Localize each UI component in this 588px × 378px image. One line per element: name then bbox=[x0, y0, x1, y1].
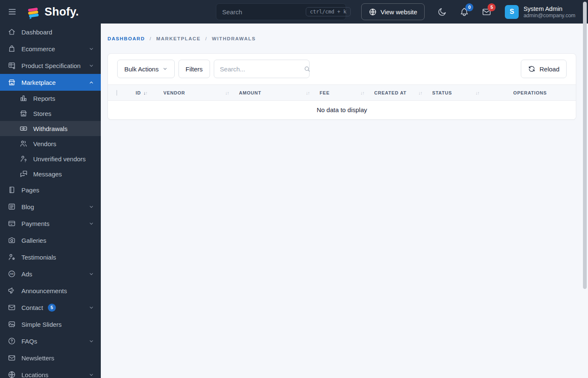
sidebar-item-product-specification[interactable]: Product Specification bbox=[0, 57, 101, 74]
global-search-input[interactable] bbox=[222, 8, 306, 16]
main-content: DASHBOARD / MARKETPLACE / WITHDRAWALS Bu… bbox=[101, 24, 583, 378]
bar-chart-icon bbox=[19, 94, 28, 102]
sort-asc-icon: ↑ bbox=[145, 90, 147, 95]
sidebar-item-testimonials[interactable]: Testimonials bbox=[0, 249, 101, 265]
sort-asc-icon: ↑ bbox=[362, 90, 365, 95]
search-icon bbox=[304, 66, 311, 73]
column-header-fee[interactable]: FEE ↓↑ bbox=[320, 90, 364, 95]
sidebar-item-ecommerce[interactable]: Ecommerce bbox=[0, 40, 101, 57]
shofy-logo-icon bbox=[26, 4, 41, 19]
bulk-actions-button[interactable]: Bulk Actions bbox=[117, 60, 175, 78]
select-all-checkbox[interactable] bbox=[116, 90, 117, 96]
filters-button[interactable]: Filters bbox=[178, 60, 210, 78]
brand-logo[interactable]: Shofy. bbox=[26, 4, 79, 19]
brand-name: Shofy. bbox=[45, 5, 79, 18]
global-search[interactable]: ctrl/cmd + k bbox=[216, 3, 346, 20]
empty-state-message: No data to display bbox=[108, 101, 576, 119]
breadcrumb-separator: / bbox=[150, 36, 152, 41]
megaphone-icon bbox=[8, 286, 16, 295]
breadcrumb-withdrawals: WITHDRAWALS bbox=[212, 36, 256, 41]
table-search[interactable] bbox=[214, 60, 310, 78]
store-icon bbox=[19, 109, 28, 118]
sidebar-item-withdrawals[interactable]: Withdrawals bbox=[0, 121, 101, 136]
article-icon bbox=[8, 202, 16, 211]
storefront-icon bbox=[8, 78, 16, 87]
sidebar-item-simple-sliders[interactable]: Simple Sliders bbox=[0, 316, 101, 333]
topbar: Shofy. ctrl/cmd + k View website 0 5 S S… bbox=[0, 0, 588, 24]
sidebar-item-blog[interactable]: Blog bbox=[0, 198, 101, 215]
chevron-down-icon bbox=[89, 271, 94, 277]
sidebar-item-locations[interactable]: Locations bbox=[0, 366, 101, 378]
notebook-icon bbox=[8, 186, 16, 194]
sidebar-item-messages[interactable]: Messages bbox=[0, 166, 101, 181]
column-header-created-at[interactable]: CREATED AT ↓↑ bbox=[374, 90, 422, 95]
sidebar-item-marketplace[interactable]: Marketplace bbox=[0, 74, 101, 91]
chat-bubbles-icon bbox=[19, 170, 28, 178]
column-header-id[interactable]: ID ↓↑ bbox=[136, 90, 153, 95]
user-star-icon bbox=[8, 253, 16, 261]
svg-text:AD: AD bbox=[10, 272, 14, 275]
help-circle-icon bbox=[8, 337, 16, 345]
chevron-down-icon bbox=[89, 204, 94, 210]
home-icon bbox=[8, 28, 16, 36]
breadcrumb-marketplace: MARKETPLACE bbox=[156, 36, 201, 41]
sort-asc-icon: ↑ bbox=[308, 90, 310, 95]
sidebar: Dashboard Ecommerce Product Specificatio… bbox=[0, 24, 101, 378]
sidebar-item-reports[interactable]: Reports bbox=[0, 91, 101, 106]
moon-icon bbox=[437, 7, 447, 17]
empty-state-row: No data to display bbox=[108, 101, 576, 119]
breadcrumb-separator: / bbox=[205, 36, 207, 41]
user-menu[interactable]: S System Admin admin@company.com bbox=[505, 5, 575, 19]
breadcrumb-dashboard[interactable]: DASHBOARD bbox=[108, 36, 145, 41]
sidebar-item-dashboard[interactable]: Dashboard bbox=[0, 24, 101, 40]
notification-count-badge: 0 bbox=[465, 3, 473, 11]
sidebar-item-stores[interactable]: Stores bbox=[0, 106, 101, 121]
user-question-icon bbox=[19, 155, 28, 163]
page-scrollbar[interactable] bbox=[583, 2, 587, 289]
ad-circle-icon: AD bbox=[8, 270, 16, 278]
sort-asc-icon: ↑ bbox=[420, 90, 423, 95]
sidebar-item-unverified-vendors[interactable]: Unverified vendors bbox=[0, 151, 101, 166]
column-header-vendor[interactable]: VENDOR ↓↑ bbox=[163, 90, 229, 95]
column-header-operations: OPERATIONS bbox=[484, 85, 576, 101]
sidebar-item-newsletters[interactable]: Newsletters bbox=[0, 349, 101, 366]
sidebar-item-ads[interactable]: AD Ads bbox=[0, 265, 101, 282]
sidebar-item-pages[interactable]: Pages bbox=[0, 181, 101, 198]
image-icon bbox=[8, 320, 16, 328]
sidebar-item-contact[interactable]: Contact 5 bbox=[0, 299, 101, 316]
breadcrumb: DASHBOARD / MARKETPLACE / WITHDRAWALS bbox=[108, 36, 576, 41]
sort-asc-icon: ↑ bbox=[478, 90, 480, 95]
camera-icon bbox=[8, 236, 16, 244]
banknote-icon bbox=[19, 124, 28, 133]
sidebar-item-announcements[interactable]: Announcements bbox=[0, 282, 101, 299]
sidebar-item-galleries[interactable]: Galleries bbox=[0, 232, 101, 249]
column-header-status[interactable]: STATUS ↓↑ bbox=[432, 90, 479, 95]
chevron-down-icon bbox=[163, 66, 168, 71]
column-header-amount[interactable]: AMOUNT ↓↑ bbox=[239, 90, 310, 95]
chevron-down-icon bbox=[89, 221, 94, 226]
credit-card-icon bbox=[8, 219, 16, 228]
users-icon bbox=[19, 139, 28, 148]
chevron-down-icon bbox=[89, 372, 94, 378]
mail-icon bbox=[8, 303, 16, 312]
contact-count-badge: 5 bbox=[48, 304, 56, 312]
dark-mode-toggle[interactable] bbox=[437, 7, 447, 17]
table-search-input[interactable] bbox=[220, 66, 304, 73]
sort-asc-icon: ↑ bbox=[227, 90, 229, 95]
chevron-down-icon bbox=[89, 46, 94, 52]
sidebar-item-payments[interactable]: Payments bbox=[0, 215, 101, 232]
sidebar-item-faqs[interactable]: FAQs bbox=[0, 333, 101, 349]
globe-icon bbox=[369, 8, 377, 16]
spec-table-icon bbox=[8, 61, 16, 70]
menu-toggle-icon[interactable] bbox=[8, 7, 17, 16]
messages-button[interactable]: 5 bbox=[482, 7, 491, 17]
chevron-up-icon bbox=[89, 80, 94, 85]
reload-button[interactable]: Reload bbox=[521, 60, 567, 78]
view-website-button[interactable]: View website bbox=[361, 3, 425, 20]
withdrawals-table: ID ↓↑ VENDOR ↓↑ AMOUNT ↓↑ FEE ↓↑ bbox=[108, 84, 576, 119]
notifications-button[interactable]: 0 bbox=[459, 7, 469, 17]
mail-icon bbox=[8, 354, 16, 362]
message-count-badge: 5 bbox=[488, 3, 496, 11]
avatar: S bbox=[505, 5, 519, 19]
sidebar-item-vendors[interactable]: Vendors bbox=[0, 136, 101, 151]
